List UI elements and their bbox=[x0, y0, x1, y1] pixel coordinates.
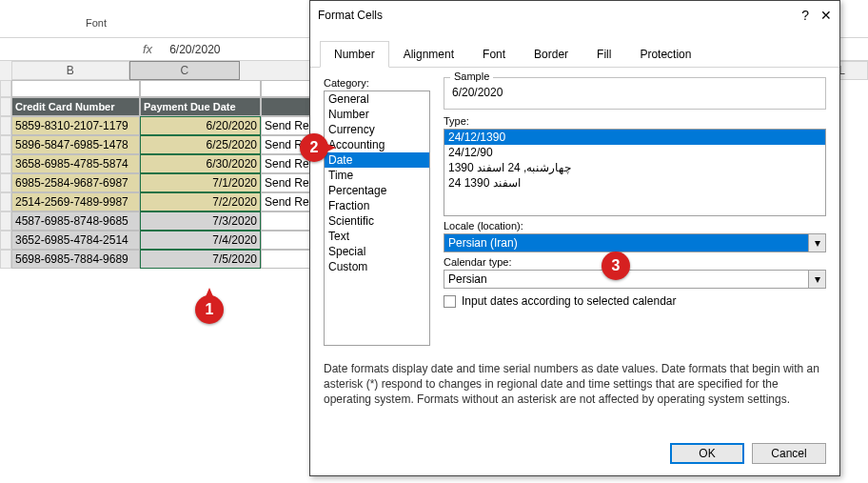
tab-alignment[interactable]: Alignment bbox=[389, 41, 468, 67]
calendar-label: Calendar type: bbox=[444, 256, 826, 268]
cell-due[interactable]: 7/2/2020 bbox=[140, 192, 261, 211]
cell-due[interactable]: 6/30/2020 bbox=[140, 154, 261, 173]
tab-number[interactable]: Number bbox=[320, 41, 389, 68]
dialog-tabs: NumberAlignmentFontBorderFillProtection bbox=[310, 30, 839, 68]
close-icon[interactable]: ✕ bbox=[820, 8, 832, 23]
type-option[interactable]: چهارشنبه, 24 اسفند 1390 bbox=[444, 160, 825, 175]
locale-label: Locale (location): bbox=[444, 220, 826, 231]
category-general[interactable]: General bbox=[325, 91, 429, 107]
annotation-2: 2 bbox=[300, 133, 328, 162]
sample-label: Sample bbox=[450, 70, 493, 82]
calendar-value: Persian bbox=[448, 272, 487, 286]
header-cc[interactable]: Credit Card Number bbox=[11, 97, 140, 116]
chevron-down-icon[interactable]: ▾ bbox=[808, 234, 825, 252]
type-option[interactable]: 24/12/90 bbox=[444, 145, 825, 160]
cell-cc[interactable]: 5896-5847-6985-1478 bbox=[11, 135, 140, 154]
locale-value: Persian (Iran) bbox=[448, 236, 518, 250]
type-option[interactable]: 24 اسفند 1390 bbox=[444, 175, 825, 191]
dialog-title: Format Cells bbox=[318, 9, 801, 22]
cell-cc[interactable]: 5698-6985-7884-9689 bbox=[11, 250, 140, 269]
category-date[interactable]: Date bbox=[325, 152, 429, 168]
formula-value[interactable]: 6/20/2020 bbox=[169, 43, 220, 56]
input-dates-checkbox[interactable] bbox=[444, 295, 456, 308]
category-custom[interactable]: Custom bbox=[325, 259, 429, 274]
cell-due[interactable]: 7/5/2020 bbox=[140, 250, 261, 269]
cell-cc[interactable]: 4587-6985-8748-9685 bbox=[11, 211, 140, 231]
cancel-button[interactable]: Cancel bbox=[752, 443, 826, 464]
ok-button[interactable]: OK bbox=[670, 443, 744, 464]
cell-cc[interactable]: 3652-6985-4784-2514 bbox=[11, 231, 140, 250]
type-list[interactable]: 24/12/139024/12/90چهارشنبه, 24 اسفند 139… bbox=[444, 129, 826, 216]
tab-font[interactable]: Font bbox=[468, 41, 520, 67]
cell-due[interactable]: 7/3/2020 bbox=[140, 211, 261, 231]
category-number[interactable]: Number bbox=[325, 107, 429, 122]
ribbon-group-font: Font bbox=[86, 17, 107, 29]
cell-due[interactable]: 6/20/2020 bbox=[140, 116, 261, 135]
cell-due[interactable]: 7/1/2020 bbox=[140, 173, 261, 192]
cell-due[interactable]: 6/25/2020 bbox=[140, 135, 261, 154]
locale-combo[interactable]: Persian (Iran) ▾ bbox=[444, 233, 826, 252]
cell-cc[interactable]: 2514-2569-7489-9987 bbox=[11, 192, 140, 211]
tab-border[interactable]: Border bbox=[520, 41, 582, 67]
help-icon[interactable]: ? bbox=[801, 8, 809, 23]
type-option[interactable]: 24/12/1390 bbox=[444, 130, 825, 145]
fx-icon[interactable]: fx bbox=[143, 42, 152, 56]
dialog-titlebar[interactable]: Format Cells ? ✕ bbox=[310, 1, 839, 30]
format-description: Date formats display date and time seria… bbox=[310, 355, 839, 408]
category-fraction[interactable]: Fraction bbox=[325, 198, 429, 213]
tab-fill[interactable]: Fill bbox=[582, 41, 625, 67]
tab-protection[interactable]: Protection bbox=[625, 41, 705, 67]
cell-cc[interactable]: 5859-8310-2107-1179 bbox=[11, 116, 140, 135]
category-currency[interactable]: Currency bbox=[325, 122, 429, 137]
col-header-B[interactable]: B bbox=[11, 61, 129, 80]
sample-box: Sample 6/20/2020 bbox=[444, 77, 826, 110]
col-header-C[interactable]: C bbox=[129, 61, 240, 80]
category-time[interactable]: Time bbox=[325, 168, 429, 183]
cell-cc[interactable]: 6985-2584-9687-6987 bbox=[11, 173, 140, 192]
chevron-down-icon[interactable]: ▾ bbox=[808, 271, 825, 288]
checkbox-label: Input dates according to selected calend… bbox=[462, 294, 676, 308]
sample-value: 6/20/2020 bbox=[452, 84, 818, 99]
category-percentage[interactable]: Percentage bbox=[325, 183, 429, 198]
category-text[interactable]: Text bbox=[325, 229, 429, 244]
cell-cc[interactable]: 3658-6985-4785-5874 bbox=[11, 154, 140, 173]
calendar-combo[interactable]: Persian ▾ bbox=[444, 270, 826, 289]
category-list[interactable]: GeneralNumberCurrencyAccountingDateTimeP… bbox=[324, 91, 430, 346]
category-special[interactable]: Special bbox=[325, 244, 429, 259]
header-due[interactable]: Payment Due Date bbox=[140, 97, 261, 116]
category-scientific[interactable]: Scientific bbox=[325, 213, 429, 229]
cell-due[interactable]: 7/4/2020 bbox=[140, 231, 261, 250]
annotation-1: 1 bbox=[195, 295, 224, 324]
annotation-3: 3 bbox=[602, 252, 630, 280]
format-cells-dialog: Format Cells ? ✕ NumberAlignmentFontBord… bbox=[309, 0, 840, 476]
category-label: Category: bbox=[324, 77, 430, 89]
type-label: Type: bbox=[444, 115, 826, 127]
